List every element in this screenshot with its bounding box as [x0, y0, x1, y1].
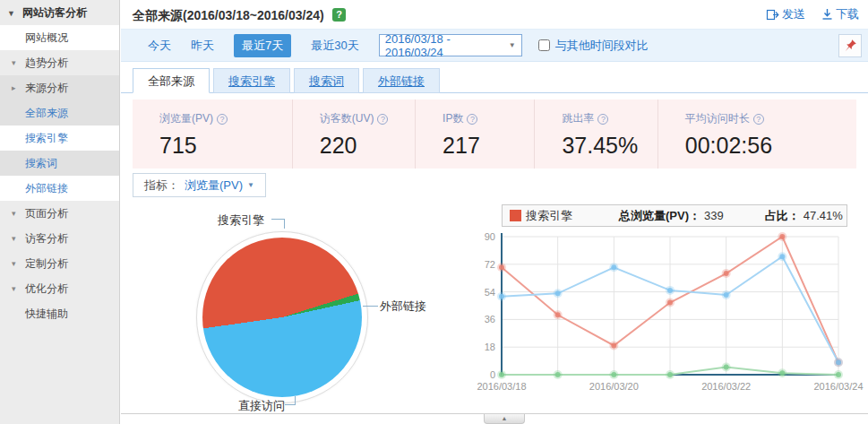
download-icon — [821, 8, 833, 21]
metric-visitors: 访客数(UV)? 220 — [292, 100, 415, 169]
pie-label-direct-visits: 直接访问 — [238, 398, 285, 414]
legend-swatch-search-engine — [510, 210, 521, 221]
tab-all-sources[interactable]: 全部来源 — [133, 68, 210, 93]
tab-search-terms[interactable]: 搜索词 — [294, 68, 359, 93]
branch-open-icon: ▾ — [12, 251, 16, 276]
sidebar: ▼网站访客分析 网站概况 ▾ 趋势分析 ▸ 来源分析 全部来源 搜索引擎 搜索词… — [0, 0, 120, 424]
send-icon — [766, 8, 779, 22]
filter-yesterday[interactable]: 昨天 — [191, 38, 214, 54]
sidebar-item-optimization-analysis[interactable]: ▾ 优化分析 — [0, 276, 119, 301]
svg-text:72: 72 — [485, 259, 495, 270]
branch-open-icon: ▾ — [12, 276, 16, 301]
sidebar-item-site-overview[interactable]: 网站概况 — [0, 25, 119, 50]
compare-checkbox[interactable] — [538, 39, 550, 51]
line-chart-legend: 搜索引擎 总浏览量(PV)： 339 占比： 47.41% — [502, 204, 847, 227]
indicator-selector[interactable]: 指标： 浏览量(PV) ▼ — [133, 173, 266, 197]
legend-total-value: 339 — [704, 209, 724, 222]
metric-ip-count: IP数? 217 — [415, 100, 534, 169]
tab-external-links[interactable]: 外部链接 — [363, 68, 440, 93]
sidebar-item-source-analysis[interactable]: ▸ 来源分析 — [0, 75, 119, 100]
metric-bounce-rate: 跳出率? 37.45% — [534, 100, 657, 169]
pie-label-search-engine: 搜索引擎 — [218, 212, 264, 229]
metric-bounce-rate-value: 37.45% — [562, 133, 657, 159]
metric-help-icon[interactable]: ? — [467, 114, 477, 125]
metric-help-icon[interactable]: ? — [377, 114, 388, 125]
branch-open-icon: ▾ — [12, 50, 16, 75]
metric-ip-count-value: 217 — [443, 133, 534, 159]
svg-text:2016/03/24: 2016/03/24 — [813, 381, 863, 392]
filter-last30days[interactable]: 最近30天 — [311, 38, 358, 54]
svg-text:2016/03/22: 2016/03/22 — [701, 381, 751, 392]
sidebar-item-trend-analysis[interactable]: ▾ 趋势分析 — [0, 50, 119, 75]
metric-help-icon[interactable]: ? — [217, 114, 228, 125]
compare-toggle[interactable]: 与其他时间段对比 — [538, 38, 649, 54]
svg-text:0: 0 — [490, 369, 495, 380]
sidebar-item-search-engine[interactable]: 搜索引擎 — [0, 125, 119, 151]
sidebar-item-all-sources[interactable]: 全部来源 — [0, 100, 119, 125]
indicator-value: 浏览量(PV) — [185, 177, 243, 194]
caret-down-icon: ▼ — [247, 181, 254, 189]
sidebar-section-visitor-analysis[interactable]: ▼网站访客分析 — [0, 0, 119, 25]
legend-series-name: 搜索引擎 — [526, 208, 572, 224]
help-icon[interactable]: ? — [332, 8, 346, 22]
branch-open-icon: ▾ — [12, 226, 16, 251]
metric-help-icon[interactable]: ? — [597, 114, 608, 125]
svg-text:54: 54 — [485, 287, 495, 298]
pie-callout-line — [271, 219, 285, 229]
branch-closed-icon: ▸ — [12, 75, 16, 100]
sidebar-item-search-terms[interactable]: 搜索词 — [0, 151, 119, 176]
filter-today[interactable]: 今天 — [148, 38, 171, 54]
svg-text:90: 90 — [485, 231, 495, 242]
pie-callout-line — [363, 306, 378, 307]
collapse-panel-button[interactable]: ▲ — [484, 414, 525, 424]
metric-help-icon[interactable]: ? — [753, 114, 764, 125]
metric-pageviews-value: 715 — [159, 133, 292, 159]
pie-chart[interactable] — [202, 238, 362, 397]
pin-button[interactable] — [838, 34, 862, 57]
line-chart[interactable]: 018365472902016/03/182016/03/202016/03/2… — [471, 229, 865, 413]
metric-pageviews: 浏览量(PV)? 715 — [133, 100, 292, 169]
collapse-triangle-icon: ▼ — [7, 9, 15, 18]
pushpin-icon — [843, 39, 857, 53]
sidebar-item-visitor-analysis[interactable]: ▾ 访客分析 — [0, 226, 119, 251]
compare-label: 与其他时间段对比 — [555, 38, 649, 54]
pie-callout-line — [285, 396, 296, 405]
sidebar-item-custom-analysis[interactable]: ▾ 定制分析 — [0, 251, 119, 276]
sidebar-item-page-analysis[interactable]: ▾ 页面分析 — [0, 201, 119, 226]
date-range-picker[interactable]: 2016/03/18 - 2016/03/24 ▼ — [379, 34, 522, 56]
svg-text:2016/03/20: 2016/03/20 — [589, 381, 639, 392]
branch-open-icon: ▾ — [12, 201, 16, 226]
svg-text:18: 18 — [485, 342, 495, 352]
caret-down-icon: ▼ — [509, 41, 516, 49]
analytics-dashboard: ▼网站访客分析 网站概况 ▾ 趋势分析 ▸ 来源分析 全部来源 搜索引擎 搜索词… — [0, 0, 868, 424]
send-button[interactable]: 发送 — [766, 0, 805, 29]
sidebar-item-quick-tools[interactable]: 快捷辅助 — [0, 301, 119, 326]
pie-label-external-links: 外部链接 — [380, 299, 426, 315]
source-tabs: 全部来源 搜索引擎 搜索词 外部链接 — [121, 66, 868, 93]
metrics-panel: 浏览量(PV)? 715 访客数(UV)? 220 IP数? 217 跳出率? … — [133, 100, 856, 169]
indicator-label: 指标： — [144, 177, 179, 194]
pie-chart-ring — [196, 231, 368, 403]
metric-avg-duration-value: 00:02:56 — [685, 133, 856, 159]
download-button[interactable]: 下载 — [821, 0, 859, 29]
svg-text:36: 36 — [485, 314, 495, 324]
date-range-value: 2016/03/18 - 2016/03/24 — [385, 32, 509, 59]
svg-text:2016/03/18: 2016/03/18 — [477, 381, 526, 392]
page-title: 全部来源(2016/03/18~2016/03/24) — [133, 1, 324, 30]
date-filter-bar: 今天 昨天 最近7天 最近30天 2016/03/18 - 2016/03/24… — [121, 29, 868, 62]
legend-share-value: 47.41% — [804, 209, 843, 222]
metric-visitors-value: 220 — [320, 133, 415, 159]
metric-avg-duration: 平均访问时长? 00:02:56 — [657, 100, 856, 169]
legend-share-label: 占比： — [765, 208, 800, 224]
filter-last7days-selected[interactable]: 最近7天 — [234, 34, 291, 57]
legend-total-label: 总浏览量(PV)： — [619, 208, 700, 224]
page-header: 全部来源(2016/03/18~2016/03/24) ? 发送 下载 — [121, 0, 868, 29]
sidebar-item-external-links[interactable]: 外部链接 — [0, 176, 119, 201]
tab-search-engine[interactable]: 搜索引擎 — [213, 68, 290, 93]
